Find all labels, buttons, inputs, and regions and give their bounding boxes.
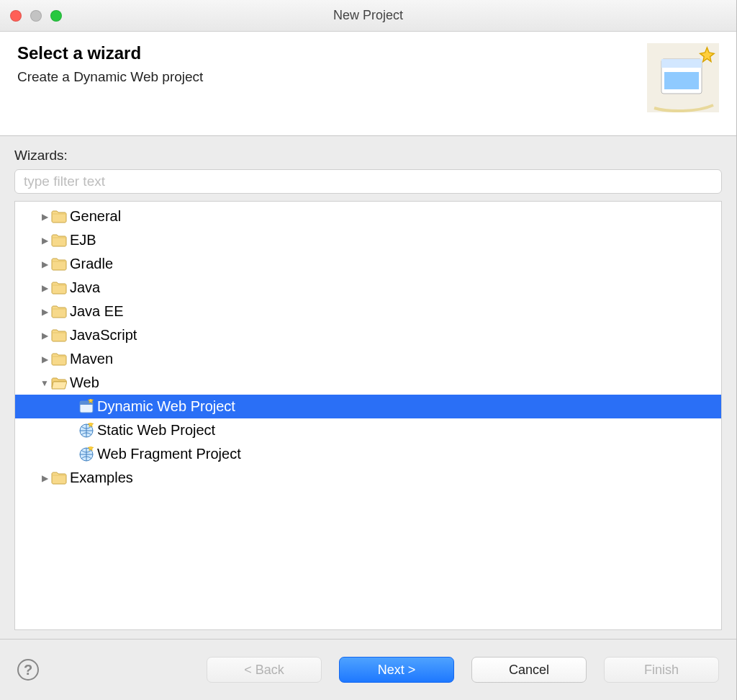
wizard-subheading: Create a Dynamic Web project (17, 69, 203, 85)
wizard-globe-icon (78, 447, 94, 462)
tree-folder-web[interactable]: ▼Web (15, 371, 721, 395)
tree-folder-label: EJB (70, 232, 96, 248)
tree-folder-label: Java (70, 279, 100, 296)
tree-item-dynamic-web-project[interactable]: Dynamic Web Project (15, 395, 721, 418)
chevron-right-icon: ▶ (38, 331, 51, 341)
tree-folder-label: Gradle (70, 256, 113, 272)
folder-icon (51, 280, 67, 296)
tree-folder-general[interactable]: ▶General (15, 205, 721, 228)
chevron-right-icon: ▶ (38, 283, 51, 293)
folder-icon (51, 256, 67, 272)
tree-folder-gradle[interactable]: ▶Gradle (15, 252, 721, 276)
wizard-footer: ? < Back Next > Cancel Finish (0, 640, 736, 700)
titlebar: New Project (0, 0, 736, 32)
wizard-header: Select a wizard Create a Dynamic Web pro… (0, 32, 736, 136)
tree-folder-label: Java EE (70, 303, 123, 320)
tree-folder-label: Web (70, 374, 99, 391)
tree-item-label: Web Fragment Project (97, 446, 241, 462)
chevron-right-icon: ▶ (38, 212, 51, 222)
filter-input[interactable] (14, 169, 722, 194)
tree-folder-ejb[interactable]: ▶EJB (15, 228, 721, 252)
tree-item-label: Dynamic Web Project (97, 398, 235, 415)
folder-icon (51, 209, 67, 225)
tree-folder-java-ee[interactable]: ▶Java EE (15, 300, 721, 323)
window-title: New Project (0, 8, 736, 23)
folder-icon (51, 351, 67, 367)
wizard-banner-icon (647, 43, 719, 112)
folder-icon (51, 470, 67, 486)
folder-icon (51, 304, 67, 320)
chevron-right-icon: ▶ (38, 473, 51, 483)
finish-button[interactable]: Finish (604, 657, 719, 683)
tree-folder-label: Examples (70, 470, 133, 486)
chevron-right-icon: ▶ (38, 235, 51, 246)
tree-folder-label: General (70, 208, 121, 225)
wizard-globe-icon (78, 423, 94, 439)
chevron-down-icon: ▼ (38, 378, 51, 388)
folder-icon (51, 328, 67, 344)
folder-open-icon (51, 375, 67, 391)
chevron-right-icon: ▶ (38, 307, 51, 317)
folder-icon (51, 233, 67, 248)
wizard-body: Wizards: ▶General▶EJB▶Gradle▶Java▶Java E… (0, 136, 736, 639)
tree-folder-maven[interactable]: ▶Maven (15, 347, 721, 371)
wizard-heading: Select a wizard (17, 43, 203, 63)
wizard-tree[interactable]: ▶General▶EJB▶Gradle▶Java▶Java EE▶JavaScr… (14, 201, 722, 630)
tree-item-static-web-project[interactable]: Static Web Project (15, 418, 721, 442)
tree-folder-examples[interactable]: ▶Examples (15, 466, 721, 490)
chevron-right-icon: ▶ (38, 259, 51, 269)
wizard-app-icon (78, 399, 94, 415)
filter-label: Wizards: (14, 148, 722, 163)
tree-item-label: Static Web Project (97, 422, 215, 439)
help-button[interactable]: ? (17, 659, 39, 681)
tree-folder-java[interactable]: ▶Java (15, 276, 721, 300)
tree-folder-label: Maven (70, 351, 113, 367)
tree-folder-javascript[interactable]: ▶JavaScript (15, 323, 721, 347)
tree-folder-label: JavaScript (70, 327, 137, 344)
cancel-button[interactable]: Cancel (471, 657, 587, 683)
chevron-right-icon: ▶ (38, 354, 51, 364)
tree-item-web-fragment-project[interactable]: Web Fragment Project (15, 442, 721, 466)
back-button[interactable]: < Back (207, 657, 322, 683)
next-button[interactable]: Next > (339, 657, 454, 683)
